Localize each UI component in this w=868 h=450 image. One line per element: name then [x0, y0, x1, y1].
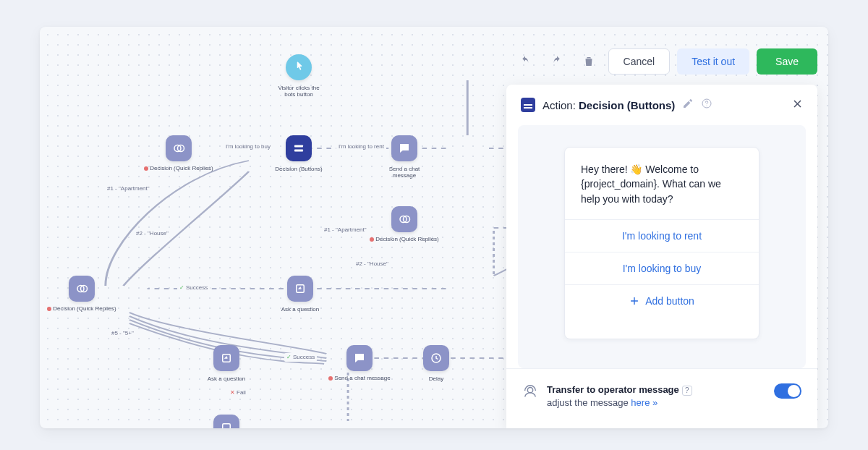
node-decision-quick-replies-2[interactable]: Decision (Quick Replies)	[368, 206, 441, 243]
help-icon[interactable]	[701, 98, 712, 112]
svg-point-13	[527, 387, 532, 392]
delete-button[interactable]	[576, 48, 601, 75]
edge-label: Success	[177, 284, 210, 292]
node-label: Visitor clicks the bots button	[278, 85, 319, 98]
edge-label: Fail	[228, 389, 248, 397]
node-decision-quick-replies-3[interactable]: Decision (Quick Replies)	[46, 276, 118, 313]
buttons-icon	[286, 135, 312, 161]
node-start[interactable]: Visitor clicks the bots button	[263, 54, 335, 98]
edge-label: #5 - "5+"	[109, 329, 136, 338]
add-button[interactable]: Add button	[565, 284, 759, 317]
buttons-icon	[521, 98, 535, 112]
adjust-message-link[interactable]: here »	[631, 397, 658, 408]
node-label: Ask a question	[208, 375, 245, 382]
node-label: Send a chat message	[328, 375, 390, 382]
redo-button[interactable]	[545, 48, 569, 75]
svg-rect-0	[294, 145, 303, 148]
edge-label: #2 - "House"	[354, 260, 391, 268]
edit-button[interactable]	[682, 98, 694, 112]
edge-label: #1 - "Apartment"	[105, 184, 152, 193]
save-button[interactable]: Save	[757, 48, 817, 75]
node-label: Send a chat message	[389, 166, 420, 179]
edge-label: #2 - "House"	[134, 229, 171, 238]
chat-icon	[391, 135, 417, 161]
node-label: Decision (Quick Replies)	[370, 237, 439, 243]
reply-button-2[interactable]: I'm looking to buy	[565, 252, 759, 284]
node-collapsed[interactable]	[190, 415, 263, 428]
panel-body: Hey there! 👋 Welcome to {project_domain}…	[518, 125, 806, 368]
question-icon	[213, 345, 239, 371]
quick-replies-icon	[166, 135, 192, 161]
bot-message[interactable]: Hey there! 👋 Welcome to {project_domain}…	[565, 148, 759, 219]
node-send-chat-message-2[interactable]: Send a chat message	[323, 345, 396, 382]
node-label: Decision (Buttons)	[275, 166, 322, 172]
reply-button-1[interactable]: I'm looking to rent	[565, 219, 759, 252]
node-decision-quick-replies[interactable]: Decision (Quick Replies)	[142, 135, 215, 172]
panel-title: Action: Decision (Buttons)	[542, 99, 675, 111]
pointer-icon	[286, 54, 312, 80]
clock-icon	[423, 345, 449, 371]
panel-header: Action: Decision (Buttons)	[506, 85, 817, 125]
quick-replies-icon	[69, 276, 95, 302]
help-badge[interactable]: ?	[682, 386, 692, 396]
operator-icon	[522, 383, 538, 399]
test-button[interactable]: Test it out	[677, 48, 749, 75]
message-card: Hey there! 👋 Welcome to {project_domain}…	[564, 147, 760, 339]
node-decision-buttons[interactable]: Decision (Buttons)	[263, 135, 335, 172]
node-ask-question-2[interactable]: Ask a question	[190, 345, 263, 382]
node-send-chat-message[interactable]: Send a chat message	[368, 135, 441, 179]
transfer-title: Transfer to operator message	[547, 384, 679, 395]
edge-label: Success	[284, 353, 317, 362]
node-label: Decision (Quick Replies)	[144, 166, 213, 172]
question-icon	[213, 415, 239, 428]
node-delay[interactable]: Delay	[400, 345, 472, 382]
quick-replies-icon	[391, 206, 417, 232]
transfer-section: Transfer to operator message? adjust the…	[506, 368, 817, 428]
toolbar: Cancel Test it out Save	[513, 48, 817, 75]
node-label: Delay	[429, 375, 443, 382]
svg-rect-11	[223, 424, 231, 428]
node-label: Decision (Quick Replies)	[47, 306, 116, 313]
action-panel: Action: Decision (Buttons) Hey there! 👋 …	[506, 85, 817, 428]
node-ask-question[interactable]: Ask a question	[264, 276, 336, 313]
edge-label: #1 - "Apartment"	[322, 226, 369, 234]
question-icon	[287, 276, 313, 302]
chat-icon	[346, 345, 373, 371]
svg-rect-1	[294, 150, 303, 152]
cancel-button[interactable]: Cancel	[608, 48, 671, 75]
node-label: Ask a question	[281, 306, 319, 313]
close-button[interactable]	[792, 98, 803, 112]
undo-button[interactable]	[513, 48, 537, 75]
app-frame: I'm looking to buy I'm looking to rent #…	[40, 27, 828, 428]
transfer-toggle[interactable]	[774, 383, 801, 399]
